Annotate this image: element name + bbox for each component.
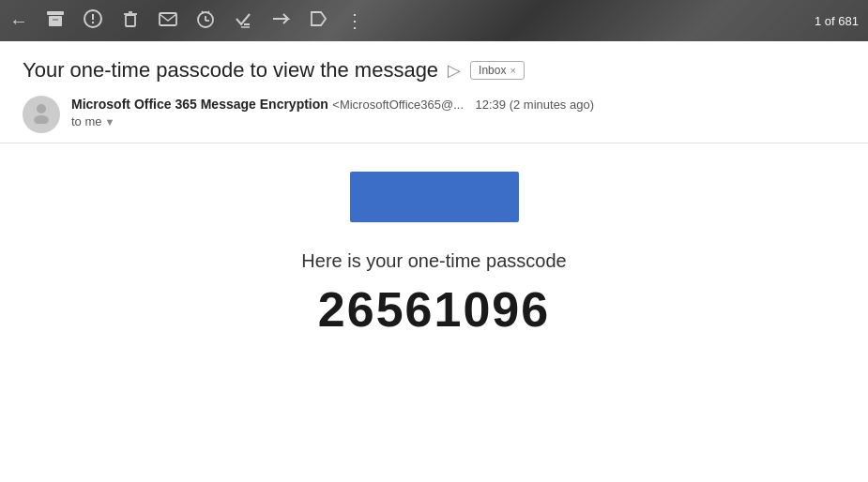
person-icon bbox=[29, 99, 53, 129]
sender-name-row: Microsoft Office 365 Message Encryption … bbox=[71, 96, 845, 113]
sender-row: Microsoft Office 365 Message Encryption … bbox=[23, 96, 845, 133]
done-icon[interactable] bbox=[233, 8, 253, 34]
subject-arrow-icon: ▷ bbox=[448, 60, 461, 81]
microsoft-logo-placeholder bbox=[350, 172, 519, 222]
svg-rect-9 bbox=[160, 13, 176, 25]
archive-icon[interactable] bbox=[45, 8, 66, 34]
toolbar-icons: ← bbox=[9, 8, 815, 34]
toolbar: ← bbox=[0, 0, 868, 41]
inbox-label: Inbox bbox=[479, 64, 506, 77]
spam-icon[interactable] bbox=[83, 8, 103, 34]
more-options-icon[interactable]: ⋮ bbox=[345, 9, 364, 32]
email-counter: 1 of 681 bbox=[815, 14, 859, 28]
svg-rect-1 bbox=[49, 16, 62, 26]
mail-icon[interactable] bbox=[158, 8, 178, 34]
inbox-close-icon[interactable]: × bbox=[510, 65, 515, 76]
delete-icon[interactable] bbox=[120, 8, 141, 34]
to-me-dropdown-icon[interactable]: ▼ bbox=[105, 116, 115, 128]
snooze-icon[interactable] bbox=[195, 8, 216, 34]
sender-info: Microsoft Office 365 Message Encryption … bbox=[71, 96, 845, 128]
svg-point-5 bbox=[92, 21, 94, 23]
email-header: Your one-time passcode to view the messa… bbox=[0, 41, 868, 143]
passcode-intro-text: Here is your one-time passcode bbox=[301, 250, 566, 272]
email-subject: Your one-time passcode to view the messa… bbox=[23, 58, 438, 83]
send-time: 12:39 (2 minutes ago) bbox=[476, 98, 594, 112]
passcode-value: 26561096 bbox=[318, 281, 550, 338]
svg-rect-0 bbox=[47, 11, 64, 15]
sender-name: Microsoft Office 365 Message Encryption bbox=[71, 97, 328, 112]
to-me-label: to me bbox=[71, 114, 102, 128]
subject-row: Your one-time passcode to view the messa… bbox=[23, 58, 845, 83]
to-me-row: to me ▼ bbox=[71, 114, 845, 128]
sender-avatar bbox=[23, 96, 60, 133]
svg-point-17 bbox=[37, 104, 46, 113]
back-icon[interactable]: ← bbox=[9, 10, 28, 32]
email-body: Here is your one-time passcode 26561096 bbox=[0, 143, 868, 366]
move-icon[interactable] bbox=[270, 8, 291, 34]
svg-rect-6 bbox=[126, 15, 135, 26]
svg-point-18 bbox=[34, 115, 49, 124]
label-icon[interactable] bbox=[308, 8, 328, 34]
sender-email: <MicrosoftOffice365@... bbox=[332, 98, 464, 112]
inbox-badge: Inbox × bbox=[470, 61, 525, 80]
